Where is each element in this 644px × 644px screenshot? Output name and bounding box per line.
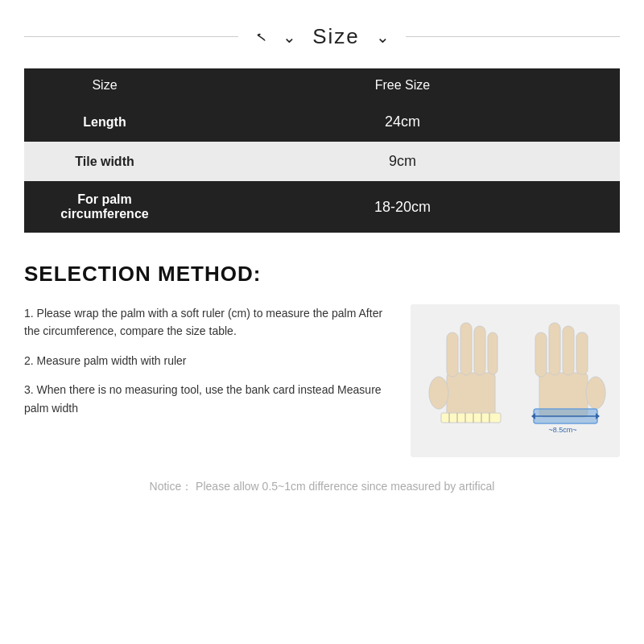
title-section: ✓ ⌄ Size ⌄ [24, 16, 620, 49]
step-2: 2. Measure palm width with ruler [24, 352, 386, 369]
chevron-right-icon: ⌄ [376, 27, 390, 47]
svg-rect-6 [488, 332, 497, 374]
svg-rect-19 [535, 332, 547, 377]
svg-rect-17 [563, 326, 574, 375]
table-cell-value: 9cm [185, 142, 620, 181]
svg-rect-4 [460, 323, 472, 375]
table-cell-label: Tile width [24, 142, 185, 181]
step-3: 3. When there is no measuring tool, use … [24, 381, 386, 417]
table-header-col1: Size [24, 68, 185, 102]
svg-rect-1 [447, 373, 495, 417]
svg-rect-3 [447, 332, 458, 377]
table-header-row: Size Free Size [24, 68, 620, 102]
size-title: Size [312, 24, 360, 49]
title-line-left [24, 36, 238, 37]
svg-rect-5 [474, 326, 485, 375]
svg-text:~8.5cm~: ~8.5cm~ [548, 426, 576, 434]
table-row: Tile width9cm [24, 142, 620, 181]
table-cell-label: Length [24, 102, 185, 142]
table-row: Length24cm [24, 102, 620, 142]
svg-rect-16 [576, 332, 588, 374]
table-cell-label: For palm circumference [24, 181, 185, 233]
notice-text: Notice： Please allow 0.5~1cm difference … [24, 480, 620, 494]
selection-title: SELECTION METHOD: [24, 262, 620, 287]
table-row: For palm circumference18-20cm [24, 181, 620, 233]
svg-point-2 [429, 377, 448, 409]
selection-steps: 1. Please wrap the palm with a soft rule… [24, 304, 386, 428]
selection-content: 1. Please wrap the palm with a soft rule… [24, 304, 620, 457]
svg-rect-18 [549, 323, 560, 375]
svg-point-15 [586, 377, 605, 409]
size-table: Size Free Size Length24cmTile width9cmFo… [24, 68, 620, 233]
svg-rect-7 [441, 413, 501, 423]
chevron-left-icon: ✓ [252, 31, 270, 43]
table-cell-value: 18-20cm [185, 181, 620, 233]
page: ✓ ⌄ Size ⌄ Size Free Size Length24cmTile… [0, 0, 644, 644]
chevron-left-icon2: ⌄ [283, 27, 296, 47]
title-line-right [406, 36, 620, 37]
selection-section: SELECTION METHOD: 1. Please wrap the pal… [24, 262, 620, 457]
table-cell-value: 24cm [185, 102, 620, 142]
hand-illustration: ~8.5cm~ [411, 304, 620, 457]
step-1: 1. Please wrap the palm with a soft rule… [24, 304, 386, 341]
table-header-col2: Free Size [185, 68, 620, 102]
